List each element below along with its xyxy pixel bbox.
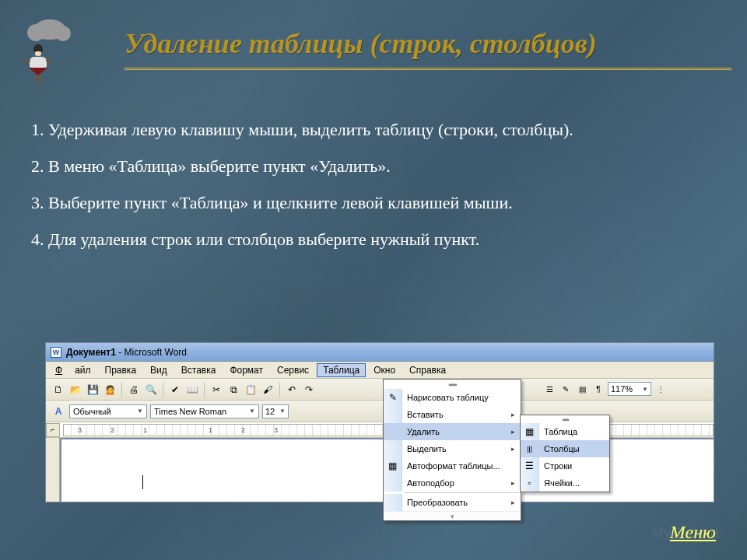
table-format-icon: ▦ xyxy=(384,457,402,474)
research-icon[interactable]: 📖 xyxy=(184,382,200,397)
menu-item-draw-table[interactable]: ✎ Нарисовать таблицу xyxy=(384,389,521,406)
menu-item-autoformat[interactable]: ▦ Автоформат таблицы... xyxy=(384,457,521,474)
font-selector[interactable]: Times New Roman▼ xyxy=(150,404,259,418)
step-2: 2. В меню «Таблица» выберите пункт «Удал… xyxy=(31,153,716,179)
word-formatting-toolbar: A Обычный▼ Times New Roman▼ 12▼ xyxy=(46,401,714,422)
step-4: 4. Для удаления строк или столбцов выбер… xyxy=(31,226,716,252)
menu-link[interactable]: Меню xyxy=(670,522,716,543)
styles-pane-icon[interactable]: A xyxy=(51,404,66,419)
step-3: 3. Выберите пункт «Таблица» и щелкните л… xyxy=(31,190,716,215)
new-doc-icon[interactable]: 🗋 xyxy=(51,382,66,397)
menu-expand-icon[interactable]: ▾ xyxy=(384,511,521,520)
delete-cells-icon: ▫ xyxy=(521,474,539,492)
menu-help[interactable]: Справка xyxy=(403,363,452,377)
menu-insert[interactable]: Вставка xyxy=(175,363,223,377)
menu-format[interactable]: Формат xyxy=(223,363,269,377)
menu-service[interactable]: Сервис xyxy=(271,363,315,377)
print-icon[interactable]: 🖨 xyxy=(126,382,142,397)
submenu-item-columns[interactable]: ⫼ Столбцы xyxy=(521,440,609,457)
save-icon[interactable]: 💾 xyxy=(85,382,100,397)
menu-grip-icon[interactable]: ▪▪▪▪▪▪ xyxy=(384,380,521,389)
permission-icon[interactable]: 🙍 xyxy=(102,382,117,397)
menu-table[interactable]: Таблица xyxy=(317,363,366,377)
style-selector[interactable]: Обычный▼ xyxy=(69,404,147,418)
pencil-icon: ✎ xyxy=(384,389,402,406)
open-icon[interactable]: 📂 xyxy=(68,382,83,397)
word-app-name: - Microsoft Word xyxy=(116,347,187,358)
cloud-icon xyxy=(33,19,66,40)
text-cursor-icon xyxy=(142,475,143,489)
menu-item-select[interactable]: Выделить▸ xyxy=(384,440,521,457)
doc-map-icon[interactable]: ▤ xyxy=(575,382,589,396)
show-marks-icon[interactable]: ¶ xyxy=(591,382,605,396)
word-doc-name: Документ1 xyxy=(66,347,116,358)
spelling-icon[interactable]: ✔ xyxy=(167,382,183,397)
submenu-item-cells[interactable]: ▫ Ячейки... xyxy=(521,474,609,492)
tab-selector-icon[interactable]: ⌐ xyxy=(46,423,60,437)
cut-icon[interactable]: ✂ xyxy=(209,382,224,397)
menu-item-autofit[interactable]: Автоподбор▸ xyxy=(384,474,521,492)
menu-edit[interactable]: Правка xyxy=(99,363,143,377)
drawing-icon[interactable]: ✎ xyxy=(559,382,573,396)
paste-icon[interactable]: 📋 xyxy=(243,382,258,397)
menu-item-convert[interactable]: Преобразовать▸ xyxy=(384,494,521,511)
word-vertical-ruler xyxy=(46,438,60,502)
word-app-icon: W xyxy=(51,347,61,358)
menu-item-insert[interactable]: Вставить▸ xyxy=(384,406,521,423)
submenu-item-rows[interactable]: ☰ Строки xyxy=(521,457,609,474)
menu-item-delete[interactable]: Удалить▸ xyxy=(384,423,521,440)
word-horizontal-ruler: ⌐ 3 2 1 1 2 3 xyxy=(46,422,714,438)
step-1: 1. Удерживая левую клавишу мыши, выделит… xyxy=(31,117,716,142)
delete-rows-icon: ☰ xyxy=(521,457,539,474)
word-document-area xyxy=(46,438,714,502)
instructions: 1. Удерживая левую клавишу мыши, выделит… xyxy=(31,117,716,263)
table-dropdown-menu: ▪▪▪▪▪▪ ✎ Нарисовать таблицу Вставить▸ Уд… xyxy=(383,379,521,521)
person-icon xyxy=(27,44,49,77)
delete-table-icon: ▦ xyxy=(521,423,539,440)
slide-title: Удаление таблицы (строк, столбцов) xyxy=(124,27,731,70)
copy-icon[interactable]: ⧉ xyxy=(226,382,241,397)
menu-file[interactable]: Файл xyxy=(49,363,97,377)
columns-icon[interactable]: ☰ xyxy=(542,382,556,396)
delete-submenu: ▪▪▪▪▪ ▦ Таблица ⫼ Столбцы ☰ Строки ▫ Яче… xyxy=(520,415,610,492)
submenu-item-table[interactable]: ▦ Таблица xyxy=(521,423,609,440)
toolbar-options-icon[interactable]: ⋮ xyxy=(654,382,668,396)
zoom-selector[interactable]: 117%▼ xyxy=(608,382,651,396)
preview-icon[interactable]: 🔍 xyxy=(143,382,159,397)
redo-icon[interactable]: ↷ xyxy=(301,382,317,397)
word-menubar: Файл Правка Вид Вставка Формат Сервис Та… xyxy=(46,362,714,379)
submenu-grip-icon[interactable]: ▪▪▪▪▪ xyxy=(521,415,609,423)
font-size-selector[interactable]: 12▼ xyxy=(262,404,289,418)
delete-columns-icon: ⫼ xyxy=(521,440,539,457)
word-titlebar: W Документ1 - Microsoft Word xyxy=(46,343,714,362)
word-screenshot: W Документ1 - Microsoft Word Файл Правка… xyxy=(45,342,714,502)
mascot-decoration xyxy=(19,19,66,77)
menu-view[interactable]: Вид xyxy=(144,363,174,377)
toolbar-right-group: ☰ ✎ ▤ ¶ 117%▼ ⋮ xyxy=(542,382,668,396)
format-painter-icon[interactable]: 🖌 xyxy=(260,382,275,397)
undo-icon[interactable]: ↶ xyxy=(284,382,300,397)
menu-window[interactable]: Окно xyxy=(367,363,402,377)
